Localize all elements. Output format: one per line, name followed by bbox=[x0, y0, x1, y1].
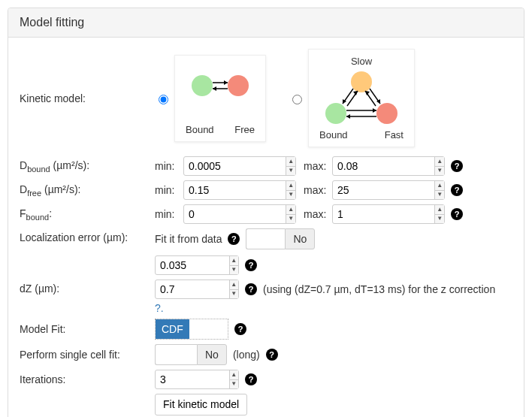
help-icon[interactable]: ? bbox=[266, 349, 278, 361]
loc-error-input[interactable] bbox=[156, 256, 229, 274]
svg-marker-1 bbox=[224, 80, 228, 85]
help-icon[interactable]: ? bbox=[245, 373, 257, 385]
kinetic-model-two-state[interactable]: Bound Free bbox=[155, 55, 266, 142]
max-label: max: bbox=[304, 208, 329, 220]
f-bound-min-input[interactable] bbox=[184, 205, 286, 223]
spinner-up-icon[interactable]: ▲ bbox=[286, 181, 295, 191]
min-label: min: bbox=[155, 184, 180, 196]
d-free-min-spinner[interactable]: ▲▼ bbox=[183, 180, 296, 200]
f-bound-row: Fbound: min: ▲▼ max: ▲▼ ? bbox=[20, 204, 512, 224]
help-icon[interactable]: ? bbox=[228, 233, 240, 245]
kinetic-model-label: Kinetic model: bbox=[20, 92, 155, 104]
free-circle-icon bbox=[228, 75, 249, 96]
d-bound-min-spinner[interactable]: ▲▼ bbox=[183, 156, 296, 176]
loc-error-spinner[interactable]: ▲▼ bbox=[155, 255, 239, 275]
model-fit-label: Model Fit: bbox=[20, 323, 155, 335]
dz-label: dZ (µm): bbox=[20, 280, 155, 295]
spinner-down-icon[interactable]: ▼ bbox=[435, 215, 444, 224]
spinner-down-icon[interactable]: ▼ bbox=[286, 191, 295, 200]
spinner-up-icon[interactable]: ▲ bbox=[286, 157, 295, 167]
model-fit-selected: CDF bbox=[156, 319, 189, 339]
help-icon[interactable]: ? bbox=[451, 184, 463, 196]
two-state-bound-label: Bound bbox=[186, 124, 214, 135]
bound-circle-icon bbox=[192, 75, 213, 96]
spinner-up-icon[interactable]: ▲ bbox=[435, 205, 444, 215]
spinner-down-icon[interactable]: ▼ bbox=[286, 167, 295, 176]
model-fit-row: Model Fit: CDF ? bbox=[20, 319, 512, 340]
dz-spinner[interactable]: ▲▼ bbox=[155, 280, 239, 299]
two-state-diagram: Bound Free bbox=[174, 55, 266, 142]
fit-kinetic-model-button[interactable]: Fit kinetic model bbox=[155, 394, 247, 415]
fit-from-data-input[interactable] bbox=[246, 228, 285, 249]
two-state-svg bbox=[183, 62, 258, 122]
iterations-row: Iterations: ▲▼ ? bbox=[20, 370, 512, 389]
dz-question-link[interactable]: ?. bbox=[155, 302, 164, 314]
single-cell-toggle[interactable]: No bbox=[197, 344, 227, 365]
fit-from-data-label: Fit it from data bbox=[155, 233, 222, 245]
spinner-down-icon[interactable]: ▼ bbox=[230, 380, 238, 389]
spinner-down-icon[interactable]: ▼ bbox=[435, 191, 444, 200]
kinetic-model-row: Kinetic model: Bou bbox=[20, 49, 512, 147]
single-cell-suffix: (long) bbox=[233, 349, 260, 361]
svg-marker-3 bbox=[213, 86, 216, 91]
spinner-down-icon[interactable]: ▼ bbox=[230, 290, 238, 299]
single-cell-row: Perform single cell fit: No (long) ? bbox=[20, 344, 512, 365]
help-icon[interactable]: ? bbox=[245, 283, 257, 295]
help-icon[interactable]: ? bbox=[245, 259, 257, 271]
spinner-down-icon[interactable]: ▼ bbox=[230, 266, 238, 275]
min-label: min: bbox=[155, 208, 180, 220]
kinetic-model-options: Bound Free Slow bbox=[155, 49, 437, 147]
three-state-bound-label: Bound bbox=[319, 129, 348, 141]
iterations-input[interactable] bbox=[156, 370, 229, 388]
spinner-up-icon[interactable]: ▲ bbox=[230, 256, 238, 266]
help-icon[interactable]: ? bbox=[451, 208, 463, 220]
help-icon[interactable]: ? bbox=[234, 323, 246, 335]
three-state-slow-label: Slow bbox=[316, 56, 407, 67]
svg-marker-13 bbox=[373, 108, 376, 113]
panel-body: Kinetic model: Bou bbox=[8, 38, 524, 417]
model-fitting-panel: Model fitting Kinetic model: bbox=[8, 8, 524, 417]
kinetic-model-two-state-radio[interactable] bbox=[159, 95, 168, 104]
fit-from-data-toggle[interactable]: No bbox=[285, 228, 315, 249]
d-bound-max-spinner[interactable]: ▲▼ bbox=[332, 156, 445, 176]
max-label: max: bbox=[304, 184, 329, 196]
dz-row: dZ (µm): ▲▼ ? (using (dZ=0.7 µm, dT=13 m… bbox=[20, 280, 512, 314]
f-bound-max-spinner[interactable]: ▲▼ bbox=[332, 204, 445, 224]
model-fit-select[interactable]: CDF bbox=[155, 319, 228, 340]
d-bound-min-input[interactable] bbox=[184, 157, 286, 175]
spinner-up-icon[interactable]: ▲ bbox=[230, 280, 238, 290]
spinner-up-icon[interactable]: ▲ bbox=[230, 370, 238, 380]
spinner-up-icon[interactable]: ▲ bbox=[435, 157, 444, 167]
f-bound-min-spinner[interactable]: ▲▼ bbox=[183, 204, 296, 224]
d-free-max-input[interactable] bbox=[333, 181, 434, 199]
dz-input[interactable] bbox=[156, 280, 229, 298]
three-state-fast-label: Fast bbox=[385, 129, 404, 141]
svg-marker-15 bbox=[346, 114, 350, 119]
dz-note: (using (dZ=0.7 µm, dT=13 ms) for the z c… bbox=[263, 283, 495, 295]
d-free-max-spinner[interactable]: ▲▼ bbox=[332, 180, 445, 200]
iterations-label: Iterations: bbox=[20, 373, 155, 385]
iterations-spinner[interactable]: ▲▼ bbox=[155, 370, 239, 389]
three-state-diagram: Slow bbox=[308, 49, 415, 147]
three-state-svg bbox=[316, 68, 407, 127]
max-label: max: bbox=[304, 160, 329, 172]
kinetic-model-three-state-radio[interactable] bbox=[292, 95, 302, 104]
kinetic-model-three-state[interactable]: Slow bbox=[289, 49, 415, 147]
d-free-label: Dfree (µm²/s): bbox=[20, 183, 155, 198]
d-bound-max-input[interactable] bbox=[333, 157, 434, 175]
f-bound-label: Fbound: bbox=[20, 207, 155, 222]
fast-circle-icon bbox=[376, 103, 397, 124]
single-cell-input[interactable] bbox=[155, 344, 197, 365]
f-bound-max-input[interactable] bbox=[333, 205, 434, 223]
slow-circle-icon bbox=[351, 71, 372, 92]
d-free-min-input[interactable] bbox=[184, 181, 286, 199]
spinner-down-icon[interactable]: ▼ bbox=[286, 215, 295, 224]
loc-error-row: Localization error (µm): Fit it from dat… bbox=[20, 228, 512, 275]
two-state-free-label: Free bbox=[234, 124, 255, 135]
spinner-down-icon[interactable]: ▼ bbox=[435, 167, 444, 176]
d-bound-label: Dbound (µm²/s): bbox=[20, 159, 155, 174]
single-cell-label: Perform single cell fit: bbox=[20, 349, 155, 361]
spinner-up-icon[interactable]: ▲ bbox=[435, 181, 444, 191]
spinner-up-icon[interactable]: ▲ bbox=[286, 205, 295, 215]
help-icon[interactable]: ? bbox=[451, 160, 463, 172]
